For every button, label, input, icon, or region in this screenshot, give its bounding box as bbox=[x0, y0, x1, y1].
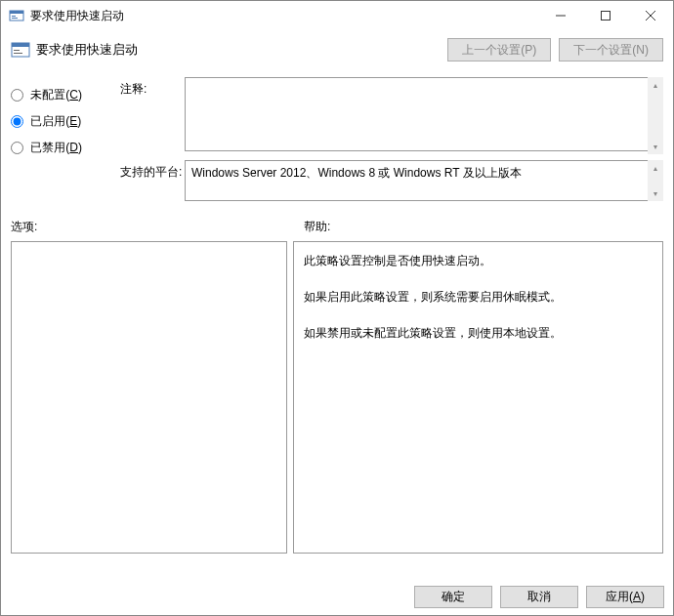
scroll-down-icon[interactable]: ▾ bbox=[648, 185, 663, 201]
policy-icon bbox=[11, 40, 30, 60]
footer: 确定 取消 应用(A) bbox=[0, 577, 674, 616]
app-icon bbox=[9, 8, 24, 23]
comment-label: 注释: bbox=[120, 77, 185, 154]
svg-rect-9 bbox=[12, 43, 29, 47]
radio-not-configured[interactable]: 未配置(C) bbox=[11, 87, 120, 103]
close-button[interactable] bbox=[628, 1, 673, 30]
header: 要求使用快速启动 上一个设置(P) 下一个设置(N) bbox=[1, 30, 673, 69]
options-label: 选项: bbox=[11, 219, 304, 235]
ok-button[interactable]: 确定 bbox=[414, 586, 492, 608]
apply-button[interactable]: 应用(A) bbox=[586, 586, 664, 608]
svg-rect-5 bbox=[602, 12, 611, 21]
svg-rect-10 bbox=[14, 50, 20, 51]
scroll-up-icon[interactable]: ▴ bbox=[648, 77, 663, 93]
platform-value: Windows Server 2012、Windows 8 或 Windows … bbox=[185, 160, 663, 201]
scroll-up-icon[interactable]: ▴ bbox=[648, 160, 663, 176]
radio-enabled[interactable]: 已启用(E) bbox=[11, 113, 120, 130]
header-title: 要求使用快速启动 bbox=[36, 41, 440, 59]
svg-rect-11 bbox=[14, 53, 22, 54]
svg-rect-3 bbox=[12, 18, 18, 19]
comment-input[interactable] bbox=[185, 77, 663, 151]
prev-setting-button[interactable]: 上一个设置(P) bbox=[447, 38, 551, 62]
next-setting-button[interactable]: 下一个设置(N) bbox=[559, 38, 663, 62]
help-panel: 此策略设置控制是否使用快速启动。 如果启用此策略设置，则系统需要启用休眠模式。 … bbox=[293, 241, 663, 554]
help-text-1: 此策略设置控制是否使用快速启动。 bbox=[304, 250, 653, 272]
state-radio-group: 未配置(C) 已启用(E) 已禁用(D) bbox=[11, 77, 120, 207]
help-label: 帮助: bbox=[304, 219, 663, 235]
svg-rect-2 bbox=[12, 16, 16, 17]
scroll-down-icon[interactable]: ▾ bbox=[648, 139, 663, 154]
minimize-button[interactable] bbox=[538, 1, 583, 30]
radio-disabled[interactable]: 已禁用(D) bbox=[11, 140, 120, 156]
window-title: 要求使用快速启动 bbox=[30, 8, 538, 24]
cancel-button[interactable]: 取消 bbox=[500, 586, 578, 608]
platform-scrollbar[interactable]: ▴ ▾ bbox=[648, 160, 663, 201]
maximize-button[interactable] bbox=[583, 1, 628, 30]
titlebar: 要求使用快速启动 bbox=[1, 1, 673, 30]
platform-label: 支持的平台: bbox=[120, 160, 185, 201]
help-text-3: 如果禁用或未配置此策略设置，则使用本地设置。 bbox=[304, 322, 653, 345]
svg-rect-1 bbox=[10, 11, 23, 14]
options-panel bbox=[11, 241, 287, 554]
help-text-2: 如果启用此策略设置，则系统需要启用休眠模式。 bbox=[304, 286, 653, 308]
comment-scrollbar[interactable]: ▴ ▾ bbox=[648, 77, 663, 154]
